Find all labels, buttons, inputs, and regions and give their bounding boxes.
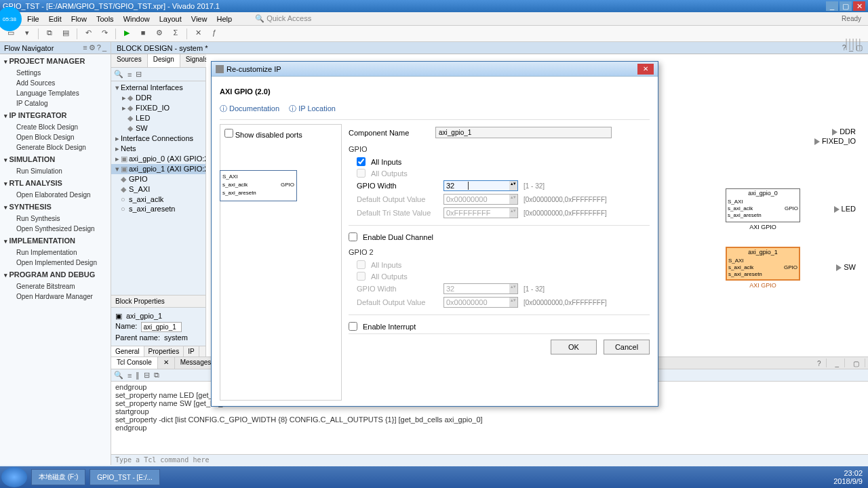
gpio-width-input[interactable]: 32▴▾ <box>443 180 518 191</box>
props-name-input[interactable] <box>141 322 182 332</box>
sigma-icon[interactable]: Σ <box>170 28 181 39</box>
nav-section-simulation[interactable]: SIMULATION <box>0 152 111 166</box>
console-copy-icon[interactable]: ⧉ <box>154 371 159 380</box>
console-clear-icon[interactable]: ⊟ <box>144 371 150 380</box>
tree-led[interactable]: ◆LED <box>111 113 205 123</box>
tab-tcl-console[interactable]: Tcl Console <box>111 357 158 369</box>
menu-edit[interactable]: Edit <box>49 15 62 23</box>
menu-view[interactable]: View <box>191 15 208 23</box>
nav-item-open-block-design[interactable]: Open Block Design <box>0 132 111 142</box>
tree-gpio1-gpio[interactable]: ◆GPIO <box>111 174 205 184</box>
taskbar-item-vivado[interactable]: GPIO_TST - [E:/... <box>90 469 160 485</box>
nav-item-generate-bitstream[interactable]: Generate Bitstream <box>0 281 111 291</box>
search-icon[interactable]: 🔍 <box>114 70 123 79</box>
cancel-button[interactable]: Cancel <box>604 340 650 354</box>
nav-section-implementation[interactable]: IMPLEMENTATION <box>0 234 111 247</box>
ok-button[interactable]: OK <box>551 340 597 354</box>
console-search-icon[interactable]: 🔍 <box>114 371 123 380</box>
nav-item-create-block-design[interactable]: Create Block Design <box>0 122 111 132</box>
tree-interface-connections[interactable]: ▸Interface Connections <box>111 134 205 144</box>
taskbar-clock[interactable]: 23:02 2018/9/9 <box>828 469 868 485</box>
menu-tools[interactable]: Tools <box>96 15 114 23</box>
tab-tcl-close-icon[interactable]: ✕ <box>158 357 175 369</box>
tree-axi-gpio-1[interactable]: ▾▣axi_gpio_1 (AXI GPIO:2.0) <box>111 164 205 174</box>
nav-item-open-hardware-manager[interactable]: Open Hardware Manager <box>0 291 111 302</box>
nav-item-ip-catalog[interactable]: IP Catalog <box>0 98 111 108</box>
nav-section-synthesis[interactable]: SYNTHESIS <box>0 200 111 214</box>
tree-nets[interactable]: ▸Nets <box>111 144 205 154</box>
menu-flow[interactable]: Flow <box>71 15 87 23</box>
nav-item-generate-block-design[interactable]: Generate Block Design <box>0 142 111 152</box>
nav-section-rtl-analysis[interactable]: RTL ANALYSIS <box>0 176 111 190</box>
enable-interrupt-checkbox[interactable]: Enable Interrupt <box>349 322 650 331</box>
cancel-icon[interactable]: ✕ <box>193 28 203 39</box>
nav-item-open-elaborated-design[interactable]: Open Elaborated Design <box>0 190 111 200</box>
tree-ddr[interactable]: ▸◆DDR <box>111 93 205 103</box>
menu-window[interactable]: Window <box>123 15 150 23</box>
paste-icon[interactable]: ▤ <box>60 28 71 39</box>
show-disabled-ports-checkbox[interactable]: Show disabled ports <box>224 131 302 139</box>
props-tab-ip[interactable]: IP <box>184 346 199 357</box>
block-axi-gpio-0[interactable]: axi_gpio_0 S_AXI s_axi_aclk s_axi_areset… <box>726 188 800 222</box>
menu-help[interactable]: Help <box>216 15 232 23</box>
tree-external-interfaces[interactable]: ▾External Interfaces <box>111 83 205 93</box>
nav-item-run-implementation[interactable]: Run Implementation <box>0 247 111 258</box>
console-help-icon[interactable]: ? <box>812 359 827 367</box>
menu-file[interactable]: File <box>27 15 39 23</box>
tree-fixed-io[interactable]: ▸◆FIXED_IO <box>111 103 205 113</box>
gear-icon[interactable]: ⚙ <box>154 28 165 39</box>
run-icon[interactable]: ▶ <box>121 28 132 39</box>
nav-item-open-synthesized-design[interactable]: Open Synthesized Design <box>0 224 111 234</box>
nav-section-ip-integrator[interactable]: IP INTEGRATOR <box>0 108 111 122</box>
stop-icon[interactable]: ■ <box>138 28 149 39</box>
nav-item-open-implemented-design[interactable]: Open Implemented Design <box>0 258 111 268</box>
tree-gpio1-saxi[interactable]: ◆S_AXI <box>111 184 205 195</box>
block-axi-gpio-1[interactable]: axi_gpio_1 S_AXI s_axi_aclk s_axi_areset… <box>726 247 800 281</box>
ext-port-led[interactable]: LED <box>834 205 856 213</box>
enable-dual-channel-checkbox[interactable]: Enable Dual Channel <box>349 232 650 241</box>
tree-gpio1-aresetn[interactable]: ○s_axi_aresetn <box>111 204 205 214</box>
ext-port-sw[interactable]: SW <box>836 263 856 271</box>
copy-icon[interactable]: ⧉ <box>44 28 55 39</box>
tree-sw[interactable]: ◆SW <box>111 123 205 134</box>
tree-axi-gpio-0[interactable]: ▸▣axi_gpio_0 (AXI GPIO:2.0) <box>111 154 205 164</box>
nav-item-language-templates[interactable]: Language Templates <box>0 88 111 98</box>
nav-settings-icon[interactable]: ⚙ <box>89 43 96 52</box>
quick-access-input[interactable]: 🔍 Quick Access <box>255 14 311 23</box>
nav-item-add-sources[interactable]: Add Sources <box>0 78 111 88</box>
tree-gpio1-aclk[interactable]: ○s_axi_aclk <box>111 195 205 204</box>
open-icon[interactable]: ▾ <box>22 28 33 39</box>
tab-sources[interactable]: Sources <box>111 54 148 67</box>
nav-item-run-synthesis[interactable]: Run Synthesis <box>0 214 111 224</box>
nav-item-settings[interactable]: Settings <box>0 68 111 78</box>
props-tab-properties[interactable]: Properties <box>144 346 184 357</box>
filter-icon[interactable]: ≡ <box>127 70 132 79</box>
nav-collapse-icon[interactable]: ≡ <box>83 43 87 52</box>
dialog-ip-location-link[interactable]: IP Location <box>289 104 336 114</box>
nav-help-icon[interactable]: ? <box>97 43 101 52</box>
collapse-all-icon[interactable]: ⊟ <box>136 70 142 79</box>
console-pause-icon[interactable]: ‖ <box>136 371 140 380</box>
console-max-icon[interactable]: ▢ <box>848 359 865 367</box>
redo-icon[interactable]: ↷ <box>99 28 110 39</box>
console-filter-icon[interactable]: ≡ <box>127 371 132 380</box>
props-tab-general[interactable]: General <box>111 346 144 357</box>
console-min-icon[interactable]: _ <box>829 359 845 367</box>
start-button[interactable] <box>1 467 27 487</box>
window-maximize-button[interactable]: ▢ <box>840 1 852 11</box>
window-minimize-button[interactable]: _ <box>826 1 838 11</box>
taskbar-item-explorer[interactable]: 本地磁盘 (F:) <box>31 469 85 485</box>
nav-item-run-simulation[interactable]: Run Simulation <box>0 166 111 176</box>
nav-close-icon[interactable]: _ <box>102 43 106 52</box>
dialog-close-button[interactable]: ✕ <box>637 64 654 75</box>
window-close-button[interactable]: ✕ <box>853 1 865 11</box>
all-inputs-checkbox[interactable]: All Inputs <box>349 157 650 166</box>
nav-section-program-debug[interactable]: PROGRAM AND DEBUG <box>0 268 111 281</box>
menu-layout[interactable]: Layout <box>159 15 182 23</box>
ext-port-ddr[interactable]: DDR <box>832 127 856 136</box>
dialog-documentation-link[interactable]: Documentation <box>220 104 279 114</box>
nav-section-project-manager[interactable]: PROJECT MANAGER <box>0 54 111 68</box>
tab-design[interactable]: Design <box>148 54 180 67</box>
tcl-command-input[interactable]: Type a Tcl command here <box>111 454 868 465</box>
undo-icon[interactable]: ↶ <box>83 28 94 39</box>
